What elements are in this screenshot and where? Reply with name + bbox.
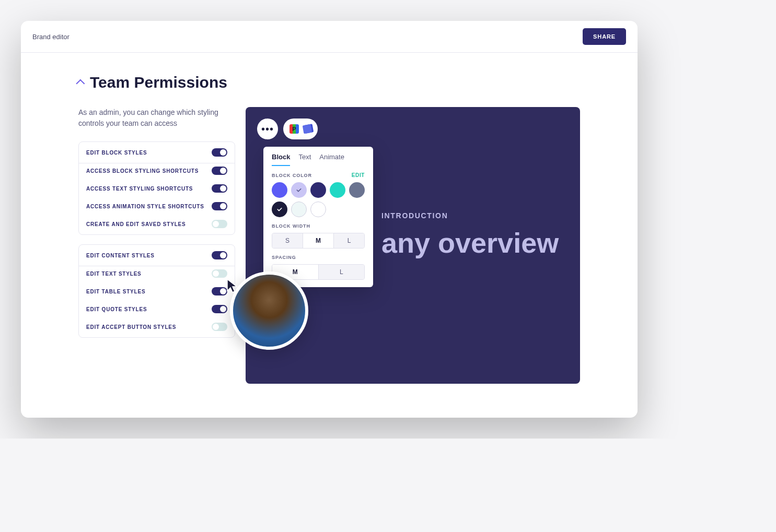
permission-toggle[interactable] bbox=[212, 202, 227, 210]
panel-tab-block[interactable]: Block bbox=[272, 153, 290, 166]
perm-row: CREATE AND EDIT SAVED STYLES bbox=[79, 217, 235, 234]
permission-toggle[interactable] bbox=[212, 220, 227, 228]
color-swatch[interactable] bbox=[291, 202, 307, 217]
more-menu-button[interactable]: ••• bbox=[257, 119, 278, 139]
panel-tabs: BlockTextAnimate bbox=[263, 147, 373, 166]
permission-toggle[interactable] bbox=[212, 167, 227, 175]
perm-group-content-styles: EDIT CONTENT STYLESEDIT TEXT STYLESEDIT … bbox=[78, 244, 235, 338]
perm-label: ACCESS ANIMATION STYLE SHORTCUTS bbox=[86, 204, 204, 209]
perm-row: EDIT QUOTE STYLES bbox=[79, 302, 235, 320]
slide-preview: ••• BlockTextAnimate BLOCK COLOR EDIT bbox=[246, 107, 580, 384]
color-swatches bbox=[272, 182, 365, 217]
perm-label: ACCESS TEXT STYLING SHORTCUTS bbox=[86, 186, 193, 192]
content: Team Permissions As an admin, you can ch… bbox=[21, 53, 638, 394]
perm-label: EDIT TABLE STYLES bbox=[86, 289, 145, 294]
section-title: Team Permissions bbox=[90, 74, 227, 91]
perm-row: EDIT ACCEPT BUTTON STYLES bbox=[79, 320, 235, 337]
topbar: Brand editor SHARE bbox=[21, 21, 638, 53]
block-color-label: BLOCK COLOR bbox=[272, 173, 312, 178]
share-button[interactable]: SHARE bbox=[583, 28, 626, 45]
color-swatch[interactable] bbox=[310, 182, 326, 198]
perm-row: ACCESS BLOCK STYLING SHORTCUTS bbox=[79, 163, 235, 181]
style-panel: BlockTextAnimate BLOCK COLOR EDIT BLOCK … bbox=[263, 147, 373, 287]
perm-label: CREATE AND EDIT SAVED STYLES bbox=[86, 221, 186, 227]
color-swatch[interactable] bbox=[291, 182, 307, 198]
permission-toggle[interactable] bbox=[212, 148, 227, 157]
avatar bbox=[230, 271, 308, 350]
perm-label: ACCESS BLOCK STYLING SHORTCUTS bbox=[86, 168, 199, 174]
slide-title: any overview bbox=[381, 228, 570, 258]
permission-toggle[interactable] bbox=[212, 184, 227, 193]
color-swatch[interactable] bbox=[310, 202, 326, 217]
color-swatch[interactable] bbox=[330, 182, 345, 198]
seg-option[interactable]: L bbox=[318, 265, 365, 279]
section-description: As an admin, you can change which stylin… bbox=[78, 107, 235, 129]
seg-option[interactable]: M bbox=[303, 233, 333, 248]
perm-row: EDIT TEXT STYLES bbox=[79, 266, 235, 284]
block-width-segmented[interactable]: SML bbox=[272, 233, 365, 249]
perm-row: EDIT TABLE STYLES bbox=[79, 284, 235, 302]
color-swatch[interactable] bbox=[272, 182, 287, 198]
perm-label: EDIT ACCEPT BUTTON STYLES bbox=[86, 324, 176, 330]
perm-label: EDIT TEXT STYLES bbox=[86, 271, 142, 277]
cards-icon bbox=[303, 124, 312, 134]
permission-toggle[interactable] bbox=[212, 305, 227, 313]
permission-toggle[interactable] bbox=[212, 323, 227, 331]
perm-label: EDIT BLOCK STYLES bbox=[86, 150, 147, 156]
app-window: Brand editor SHARE Team Permissions As a… bbox=[21, 21, 638, 418]
panel-tab-animate[interactable]: Animate bbox=[319, 153, 344, 166]
preview-toolbar: ••• bbox=[257, 119, 318, 139]
section-header[interactable]: Team Permissions bbox=[78, 74, 580, 91]
perm-row: ACCESS ANIMATION STYLE SHORTCUTS bbox=[79, 199, 235, 217]
permission-toggle[interactable] bbox=[212, 287, 227, 295]
perm-label: EDIT QUOTE STYLES bbox=[86, 306, 147, 312]
spacing-label: SPACING bbox=[272, 255, 296, 260]
seg-option[interactable]: S bbox=[272, 233, 303, 248]
perm-label: EDIT CONTENT STYLES bbox=[86, 253, 155, 258]
perm-row: ACCESS TEXT STYLING SHORTCUTS bbox=[79, 181, 235, 199]
perm-group-header: EDIT BLOCK STYLES bbox=[79, 142, 235, 163]
color-swatch[interactable] bbox=[349, 182, 365, 198]
permission-toggle[interactable] bbox=[212, 251, 227, 259]
permission-toggle[interactable] bbox=[212, 269, 227, 278]
permissions-column: As an admin, you can change which stylin… bbox=[78, 107, 235, 347]
slide-eyebrow: INTRODUCTION bbox=[381, 211, 570, 220]
p-logo-icon bbox=[289, 124, 299, 134]
chevron-up-icon bbox=[76, 79, 85, 88]
color-swatch[interactable] bbox=[272, 202, 287, 217]
edit-colors-button[interactable]: EDIT bbox=[352, 172, 365, 178]
style-tools-pill[interactable] bbox=[283, 119, 318, 139]
panel-tab-text[interactable]: Text bbox=[298, 153, 311, 166]
topbar-title: Brand editor bbox=[32, 33, 70, 41]
block-width-label: BLOCK WIDTH bbox=[272, 223, 310, 229]
slide-text: INTRODUCTION any overview bbox=[381, 211, 570, 258]
perm-group-header: EDIT CONTENT STYLES bbox=[79, 245, 235, 266]
perm-group-block-styles: EDIT BLOCK STYLESACCESS BLOCK STYLING SH… bbox=[78, 141, 235, 235]
seg-option[interactable]: L bbox=[333, 233, 364, 248]
